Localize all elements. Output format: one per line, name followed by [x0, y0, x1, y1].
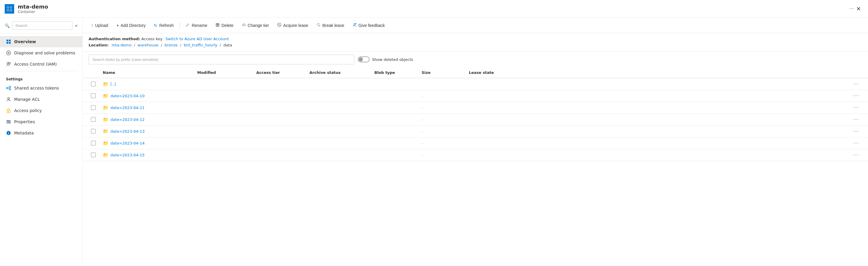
blob-search-input[interactable]: [89, 55, 354, 64]
svg-rect-23: [8, 121, 9, 122]
breadcrumb-sep-3: /: [180, 43, 181, 47]
row-name: 📁 [..]: [100, 78, 195, 90]
row-more-button[interactable]: ···: [852, 117, 860, 122]
metadata-icon: i: [6, 130, 11, 136]
file-link[interactable]: 📁 date=2023-04-13: [103, 128, 192, 134]
change-tier-icon: [242, 23, 246, 28]
breadcrumb-sep-2: /: [161, 43, 162, 47]
row-select-checkbox[interactable]: [91, 93, 96, 98]
sidebar-item-access-policy[interactable]: Access policy: [0, 105, 82, 116]
auth-line: Authentication method: Access key Switch…: [89, 36, 862, 42]
location-bnt-traffic[interactable]: bnt_traffic_hourly: [184, 43, 217, 47]
acquire-lease-button[interactable]: Acquire lease: [274, 21, 312, 30]
auth-method-value: Access key: [142, 37, 162, 41]
row-more-button[interactable]: ···: [852, 81, 860, 87]
add-directory-icon: +: [116, 23, 119, 28]
auth-switch-link[interactable]: Switch to Azure AD User Account: [165, 37, 229, 41]
row-checkbox: [89, 126, 100, 137]
change-tier-label: Change tier: [248, 23, 269, 28]
sidebar-item-diagnose[interactable]: Diagnose and solve problems: [0, 47, 82, 59]
break-lease-button[interactable]: Break lease: [313, 21, 348, 30]
row-more-button[interactable]: ···: [852, 93, 860, 99]
location-bronze[interactable]: bronze: [164, 43, 178, 47]
col-blob-type: Blob type: [372, 67, 419, 78]
sidebar-item-overview-label: Overview: [14, 39, 36, 44]
show-deleted-toggle[interactable]: [358, 56, 370, 62]
row-more: ···: [850, 126, 862, 137]
svg-line-34: [278, 24, 280, 26]
row-blob-type: [372, 128, 419, 134]
rename-button[interactable]: Rename: [182, 21, 211, 30]
break-lease-label: Break lease: [322, 23, 344, 28]
row-select-checkbox[interactable]: [91, 105, 96, 110]
svg-rect-5: [9, 39, 11, 41]
location-warehouse[interactable]: warehouse: [137, 43, 159, 47]
delete-label: Delete: [221, 23, 233, 28]
collapse-sidebar-icon[interactable]: «: [75, 23, 78, 28]
row-name: 📁 date=2023-04-13: [100, 126, 195, 137]
row-select-checkbox[interactable]: [91, 82, 96, 86]
row-access-tier: [254, 105, 307, 111]
row-more-button[interactable]: ···: [852, 152, 860, 158]
row-more-button[interactable]: ···: [852, 128, 860, 134]
settings-section-label: Settings: [0, 72, 82, 83]
row-access-tier: [254, 152, 307, 158]
sidebar-item-properties[interactable]: Properties: [0, 116, 82, 127]
location-line: Location: mta-demo / warehouse / bronze …: [89, 42, 862, 49]
rename-icon: [186, 23, 190, 28]
close-button[interactable]: ✕: [854, 4, 863, 13]
row-access-tier: [254, 128, 307, 134]
row-name: 📁 date=2023-04-10: [100, 90, 195, 102]
search-input[interactable]: [12, 21, 72, 30]
row-modified: [195, 128, 254, 134]
sidebar-divider: [5, 71, 78, 71]
acquire-lease-label: Acquire lease: [283, 23, 308, 28]
row-lease-state: [466, 93, 850, 99]
give-feedback-button[interactable]: Give feedback: [349, 21, 389, 30]
row-more-button[interactable]: ···: [852, 140, 860, 146]
file-link[interactable]: 📁 [..]: [103, 81, 192, 87]
svg-text:i: i: [8, 132, 9, 135]
sidebar-item-manage-acl-label: Manage ACL: [14, 97, 40, 102]
row-select-checkbox[interactable]: [91, 152, 96, 157]
svg-rect-7: [9, 42, 11, 44]
table-row: 📁 date=2023-04-15 - ···: [83, 149, 868, 161]
give-feedback-icon: [352, 23, 356, 28]
location-mta-demo[interactable]: mta-demo: [112, 43, 131, 47]
file-table: Name Modified Access tier Archive status…: [83, 67, 868, 266]
file-link[interactable]: 📁 date=2023-04-10: [103, 93, 192, 99]
row-access-tier: [254, 81, 307, 87]
sidebar-nav: Overview Diagnose and solve problems Acc…: [0, 34, 82, 141]
row-select-checkbox[interactable]: [91, 117, 96, 122]
svg-rect-6: [6, 42, 8, 44]
file-link[interactable]: 📁 date=2023-04-11: [103, 105, 192, 111]
upload-button[interactable]: ↑ Upload: [87, 21, 112, 30]
svg-rect-2: [7, 9, 9, 11]
row-access-tier: [254, 140, 307, 146]
row-access-tier: [254, 116, 307, 122]
row-select-checkbox[interactable]: [91, 141, 96, 145]
row-more-button[interactable]: ···: [852, 105, 860, 111]
file-link[interactable]: 📁 date=2023-04-12: [103, 117, 192, 122]
row-size: -: [419, 138, 466, 148]
sidebar-item-metadata[interactable]: i Metadata: [0, 127, 82, 139]
sidebar-item-shared-access-tokens[interactable]: Shared access tokens: [0, 83, 82, 94]
sidebar-item-access-control[interactable]: Access Control (IAM): [0, 59, 82, 70]
more-options-icon[interactable]: ···: [849, 6, 854, 11]
delete-button[interactable]: Delete: [212, 21, 237, 30]
sidebar-item-manage-acl[interactable]: Manage ACL: [0, 94, 82, 105]
row-lease-state: [466, 128, 850, 134]
change-tier-button[interactable]: Change tier: [238, 21, 273, 30]
row-select-checkbox[interactable]: [91, 129, 96, 134]
refresh-button[interactable]: ↻ Refresh: [150, 21, 177, 30]
row-archive-status: [307, 105, 372, 111]
svg-rect-1: [10, 6, 12, 8]
row-checkbox: [89, 150, 100, 160]
file-link[interactable]: 📁 date=2023-04-15: [103, 152, 192, 158]
sidebar-item-overview[interactable]: Overview: [0, 36, 82, 47]
file-link[interactable]: 📁 date=2023-04-14: [103, 140, 192, 146]
row-more: ···: [850, 114, 862, 125]
add-directory-button[interactable]: + Add Directory: [113, 21, 149, 30]
row-checkbox: [89, 79, 100, 89]
row-modified: [195, 105, 254, 111]
